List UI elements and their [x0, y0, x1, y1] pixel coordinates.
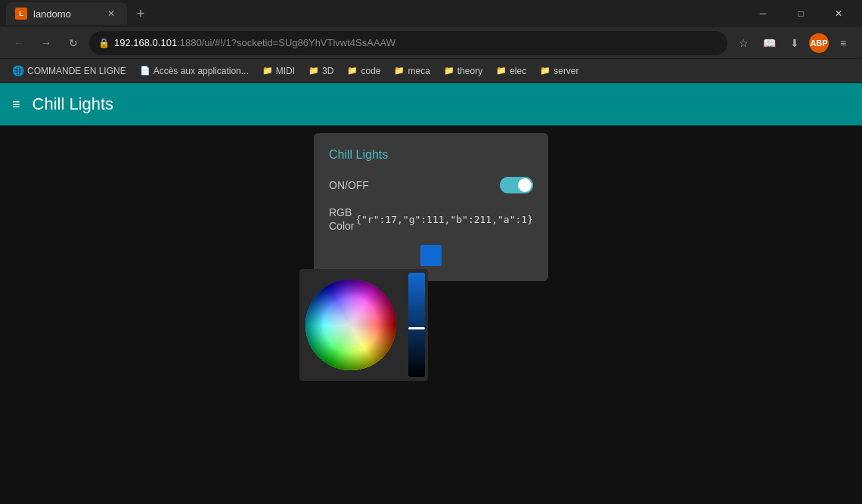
- bookmark-label: MIDI: [276, 66, 295, 76]
- brightness-slider[interactable]: [408, 273, 425, 377]
- folder-icon-elec: 📁: [496, 66, 507, 76]
- folder-icon-theory: 📁: [444, 66, 454, 76]
- menu-button[interactable]: ≡: [832, 32, 854, 54]
- folder-icon-code: 📁: [347, 66, 358, 76]
- color-preview-box[interactable]: [420, 245, 442, 266]
- folder-icon-server: 📁: [540, 66, 550, 76]
- forward-button[interactable]: →: [35, 32, 57, 54]
- globe-icon: 🌐: [12, 65, 24, 76]
- tab-close-button[interactable]: ✕: [104, 7, 118, 20]
- bookmark-server[interactable]: 📁 server: [534, 63, 584, 79]
- folder-icon-midi: 📁: [262, 66, 273, 76]
- brightness-handle: [408, 327, 425, 329]
- star-button[interactable]: ☆: [732, 32, 755, 54]
- tab-title: landomo: [33, 8, 98, 20]
- bookmark-label: meca: [408, 66, 429, 76]
- new-tab-button[interactable]: +: [130, 3, 151, 24]
- reading-list-button[interactable]: 📖: [758, 32, 780, 54]
- minimize-button[interactable]: ─: [746, 0, 780, 27]
- bookmark-midi[interactable]: 📁 MIDI: [256, 63, 301, 79]
- window-close-button[interactable]: ✕: [821, 0, 856, 27]
- bookmarks-bar: 🌐 COMMANDE EN LIGNE 📄 Accès aux applicat…: [0, 59, 862, 83]
- download-button[interactable]: ⬇: [783, 32, 806, 54]
- bookmark-code[interactable]: 📁 code: [341, 63, 386, 79]
- app-header: ≡ Chill Lights: [0, 83, 862, 125]
- address-host: 192.168.0.101: [114, 37, 177, 48]
- bookmark-label: code: [361, 66, 380, 76]
- address-path: :1880/ui/#!/1?socketid=SUg86YhVTlvwt4SsA…: [177, 37, 395, 48]
- back-button[interactable]: ←: [8, 32, 30, 54]
- main-content: Chill Lights ON/OFF RGBColor {"r":17,"g"…: [0, 125, 862, 504]
- rgb-row: RGBColor {"r":17,"g":111,"b":211,"a":1}: [329, 206, 533, 233]
- folder-icon-3d: 📁: [309, 66, 319, 76]
- folder-icon-meca: 📁: [394, 66, 405, 76]
- color-wheel-area[interactable]: [299, 269, 399, 381]
- bookmark-label: 3D: [322, 66, 333, 76]
- active-tab[interactable]: L landomo ✕: [6, 2, 127, 25]
- nav-bar: ← → ↻ 🔒 192.168.0.101:1880/ui/#!/1?socke…: [0, 27, 862, 59]
- bookmark-meca[interactable]: 📁 meca: [388, 63, 436, 79]
- panel-card: Chill Lights ON/OFF RGBColor {"r":17,"g"…: [314, 133, 548, 281]
- color-preview-row: [329, 245, 533, 266]
- address-bar[interactable]: 🔒 192.168.0.101:1880/ui/#!/1?socketid=SU…: [89, 31, 727, 55]
- title-bar: L landomo ✕ + ─ □ ✕: [0, 0, 862, 27]
- panel-title: Chill Lights: [329, 148, 533, 162]
- bookmark-elec[interactable]: 📁 elec: [490, 63, 532, 79]
- bookmark-commande[interactable]: 🌐 COMMANDE EN LIGNE: [6, 62, 132, 79]
- onoff-row: ON/OFF: [329, 177, 533, 193]
- color-wheel-canvas: [302, 277, 399, 373]
- bookmark-3d[interactable]: 📁 3D: [302, 63, 340, 79]
- security-icon: 🔒: [98, 38, 110, 48]
- rgb-label: RGBColor: [329, 206, 354, 233]
- bookmark-acces[interactable]: 📄 Accès aux application...: [134, 63, 255, 79]
- onoff-toggle[interactable]: [500, 177, 533, 193]
- toggle-knob: [518, 178, 532, 192]
- app-title: Chill Lights: [33, 94, 114, 114]
- tab-favicon: L: [15, 8, 27, 20]
- folder-icon-acces: 📄: [140, 66, 150, 76]
- refresh-button[interactable]: ↻: [62, 32, 85, 54]
- color-picker-popup[interactable]: [299, 269, 428, 381]
- bookmark-label: elec: [510, 66, 526, 76]
- brightness-track: [408, 273, 425, 377]
- bookmark-label: COMMANDE EN LIGNE: [27, 66, 126, 76]
- bookmark-label: server: [553, 66, 578, 76]
- bookmark-theory[interactable]: 📁 theory: [438, 63, 488, 79]
- bookmark-label: theory: [457, 66, 482, 76]
- tab-area: L landomo ✕ +: [6, 2, 746, 25]
- rgb-value: {"r":17,"g":111,"b":211,"a":1}: [355, 214, 533, 225]
- address-text: 192.168.0.101:1880/ui/#!/1?socketid=SUg8…: [114, 37, 718, 48]
- nav-right-icons: ☆ 📖 ⬇ ABP ≡: [732, 32, 854, 54]
- abp-button[interactable]: ABP: [809, 33, 829, 53]
- hamburger-menu-button[interactable]: ≡: [12, 97, 20, 113]
- onoff-label: ON/OFF: [329, 179, 369, 191]
- bookmark-label: Accès aux application...: [153, 66, 249, 76]
- window-controls: ─ □ ✕: [746, 0, 856, 27]
- maximize-button[interactable]: □: [783, 0, 818, 27]
